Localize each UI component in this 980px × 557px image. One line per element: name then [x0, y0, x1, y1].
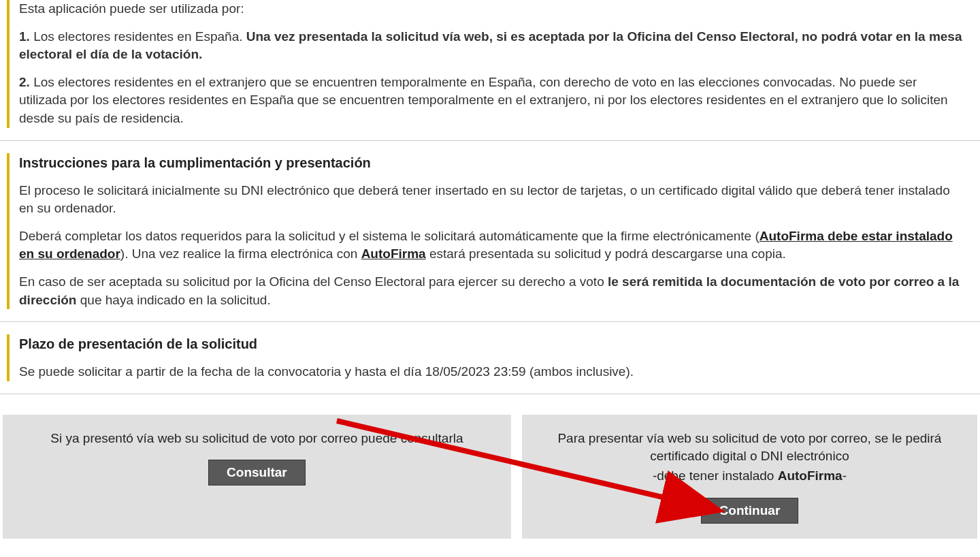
p2-b: ). Una vez realice la firma electrónica … — [120, 246, 361, 261]
instructions-p2: Deberá completar los datos requeridos pa… — [19, 227, 966, 264]
consult-text: Si ya presentó vía web su solicitud de v… — [23, 430, 491, 448]
item2-number: 2. — [19, 75, 30, 89]
section-usage: Esta aplicación puede ser utilizada por:… — [7, 0, 966, 128]
deadline-title: Plazo de presentación de la solicitud — [19, 334, 966, 353]
p3-b: que haya indicado en la solicitud. — [76, 293, 270, 307]
usage-item-1: 1. Los electores residentes en España. U… — [19, 28, 966, 64]
divider-1 — [0, 140, 980, 141]
instructions-p3: En caso de ser aceptada su solicitud por… — [19, 273, 966, 309]
instructions-p1: El proceso le solicitará inicialmente su… — [19, 182, 966, 218]
section-instructions: Instrucciones para la cumplimentación y … — [7, 153, 966, 310]
item1-number: 1. — [19, 29, 30, 44]
continue-text-2a: -debe tener instalado — [653, 468, 778, 483]
autofirma-link[interactable]: AutoFirma — [361, 246, 426, 261]
deadline-text: Se puede solicitar a partir de la fecha … — [19, 363, 966, 381]
section-deadline: Plazo de presentación de la solicitud Se… — [7, 334, 966, 381]
continue-text-2b: - — [843, 468, 847, 483]
actions-row: Si ya presentó vía web su solicitud de v… — [0, 415, 980, 551]
continue-button[interactable]: Continuar — [701, 498, 799, 524]
continue-text-1: Para presentar vía web su solicitud de v… — [542, 430, 957, 466]
consult-button[interactable]: Consultar — [208, 460, 306, 486]
divider-3 — [0, 394, 980, 394]
instructions-title: Instrucciones para la cumplimentación y … — [19, 153, 966, 172]
divider-2 — [0, 321, 980, 322]
usage-item-2: 2. Los electores residentes en el extran… — [19, 74, 966, 128]
continue-box: Para presentar vía web su solicitud de v… — [522, 415, 977, 539]
continue-text-2-bold: AutoFirma — [778, 468, 843, 483]
p2-c: estará presentada su solicitud y podrá d… — [426, 246, 786, 261]
item2-text: Los electores residentes en el extranjer… — [19, 75, 948, 125]
intro-text: Esta aplicación puede ser utilizada por: — [19, 0, 966, 18]
p2-a: Deberá completar los datos requeridos pa… — [19, 229, 760, 243]
p3-a: En caso de ser aceptada su solicitud por… — [19, 274, 608, 289]
consult-box: Si ya presentó vía web su solicitud de v… — [3, 415, 511, 539]
item1-plain: Los electores residentes en España. — [30, 29, 246, 44]
continue-text-2: -debe tener instalado AutoFirma- — [542, 467, 957, 486]
